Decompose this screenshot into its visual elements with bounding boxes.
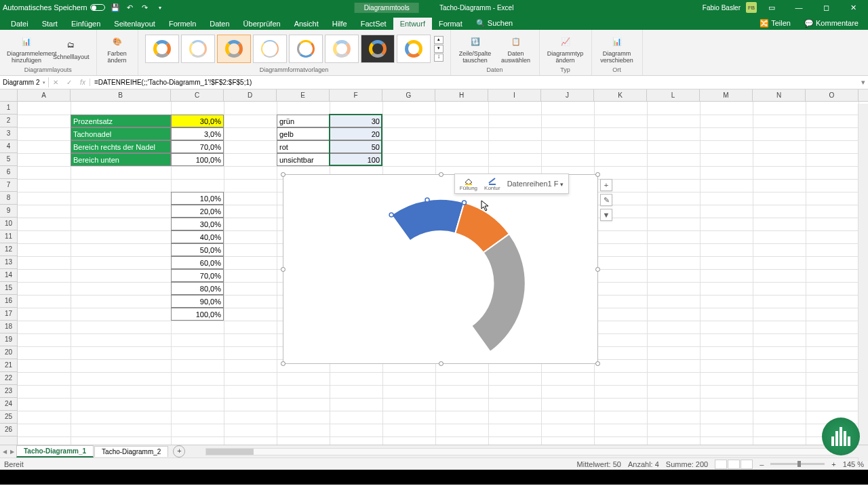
table2-label[interactable]: rot <box>277 140 330 153</box>
row-header[interactable]: 20 <box>0 346 17 359</box>
list-value[interactable]: 90,0% <box>171 295 224 308</box>
chart-style-4[interactable] <box>253 35 287 63</box>
list-value[interactable]: 50,0% <box>171 243 224 256</box>
col-header[interactable]: H <box>435 89 488 101</box>
expand-formula-icon[interactable]: ▾ <box>859 78 868 87</box>
list-value[interactable]: 20,0% <box>171 205 224 218</box>
table1-label[interactable]: Bereich unten <box>71 153 171 166</box>
col-header[interactable]: O <box>806 89 859 101</box>
row-header[interactable]: 26 <box>0 424 17 436</box>
list-value[interactable]: 40,0% <box>171 230 224 243</box>
tab-format[interactable]: Format <box>432 18 469 30</box>
select-all-corner[interactable] <box>0 89 18 101</box>
table1-value[interactable]: 100,0% <box>171 153 224 166</box>
cancel-formula-icon[interactable]: ✕ <box>49 79 62 86</box>
qat-more-icon[interactable]: ▾ <box>155 3 165 12</box>
row-header[interactable]: 16 <box>0 295 17 308</box>
chart-style-1[interactable] <box>145 35 179 63</box>
col-header[interactable]: D <box>224 89 277 101</box>
sheet-tab-2[interactable]: Tacho-Diagramm_2 <box>94 446 168 457</box>
zoom-slider[interactable] <box>770 463 825 465</box>
list-value[interactable]: 70,0% <box>171 269 224 282</box>
tab-daten[interactable]: Daten <box>203 18 236 30</box>
chart-styles-button[interactable]: ✎ <box>600 194 612 206</box>
row-header[interactable]: 18 <box>0 321 17 333</box>
chart-style-2[interactable] <box>181 35 215 63</box>
zoom-level[interactable]: 145 % <box>843 460 864 468</box>
tab-teilen[interactable]: 🔀 Teilen <box>753 17 797 30</box>
user-name[interactable]: Fabio Basler <box>703 4 741 12</box>
col-header[interactable]: I <box>488 89 541 101</box>
tab-hilfe[interactable]: Hilfe <box>326 18 354 30</box>
worksheet-grid[interactable]: 1234567891011121314151617181920212223242… <box>0 102 868 445</box>
row-header[interactable]: 23 <box>0 385 17 398</box>
undo-icon[interactable]: ↶ <box>125 3 135 12</box>
view-pagelayout-button[interactable] <box>728 460 740 469</box>
row-header[interactable]: 15 <box>0 282 17 295</box>
accept-formula-icon[interactable]: ✓ <box>62 79 76 86</box>
formula-input[interactable]: =DATENREIHE(;;'Tacho-Diagramm_1'!$F$2:$F… <box>90 77 859 87</box>
row-header[interactable]: 3 <box>0 127 17 140</box>
tab-ueberpruefen[interactable]: Überprüfen <box>237 18 288 30</box>
series-dropdown[interactable]: Datenreihen1 F ▾ <box>505 180 566 188</box>
row-header[interactable]: 9 <box>0 205 17 218</box>
table2-value[interactable]: 50 <box>330 140 382 153</box>
doughnut-chart[interactable] <box>283 175 599 365</box>
outline-button[interactable]: Kontur <box>482 176 502 192</box>
tab-factset[interactable]: FactSet <box>354 18 393 30</box>
col-header[interactable]: M <box>700 89 753 101</box>
row-header[interactable]: 7 <box>0 179 17 192</box>
close-icon[interactable]: ✕ <box>841 0 865 15</box>
chart-style-6[interactable] <box>325 35 359 63</box>
save-icon[interactable]: 💾 <box>111 3 120 12</box>
col-header[interactable]: L <box>647 89 700 101</box>
row-header[interactable]: 8 <box>0 192 17 205</box>
table1-value[interactable]: 70,0% <box>171 140 224 153</box>
tab-seitenlayout[interactable]: Seitenlayout <box>107 18 162 30</box>
list-value[interactable]: 10,0% <box>171 192 224 205</box>
redo-icon[interactable]: ↷ <box>140 3 150 12</box>
add-chart-element-button[interactable]: 📊 Diagrammelement hinzufügen <box>4 32 49 66</box>
slice-grey[interactable] <box>471 234 525 352</box>
row-header[interactable]: 12 <box>0 243 17 256</box>
col-header[interactable]: J <box>541 89 594 101</box>
row-header[interactable]: 1 <box>0 102 17 115</box>
row-header[interactable]: 17 <box>0 308 17 321</box>
table2-label[interactable]: unsichtbar <box>277 153 330 166</box>
chart-object[interactable]: Füllung Kontur Datenreihen1 F ▾ + ✎ ▼ <box>283 174 598 364</box>
ribbon-options-icon[interactable]: ▭ <box>760 0 784 15</box>
col-header[interactable]: N <box>753 89 806 101</box>
sheet-tab-1[interactable]: Tacho-Diagramm_1 <box>16 445 94 458</box>
view-pagebreak-button[interactable] <box>741 460 753 469</box>
move-chart-button[interactable]: 📊 Diagramm verschieben <box>596 32 638 66</box>
styles-gallery-more[interactable]: ▴▾⁞ <box>434 36 443 62</box>
col-header[interactable]: A <box>18 89 71 101</box>
chart-elements-button[interactable]: + <box>600 179 612 191</box>
horizontal-scrollbar[interactable] <box>205 448 848 455</box>
zoom-in-button[interactable]: + <box>831 460 835 468</box>
table2-value[interactable]: 100 <box>330 153 382 166</box>
col-header[interactable]: B <box>71 89 171 101</box>
tab-kommentare[interactable]: 💬 Kommentare <box>797 17 865 30</box>
row-header[interactable]: 4 <box>0 140 17 153</box>
list-value[interactable]: 80,0% <box>171 282 224 295</box>
quick-layout-button[interactable]: 🗂 Schnelllayout <box>50 35 92 62</box>
row-header[interactable]: 25 <box>0 411 17 424</box>
table1-label[interactable]: Tachonadel <box>71 127 171 140</box>
view-normal-button[interactable] <box>715 460 727 469</box>
table2-value[interactable]: 20 <box>330 127 382 140</box>
switch-row-col-button[interactable]: 🔃 Zeile/Spalte tauschen <box>455 32 496 66</box>
tab-formeln[interactable]: Formeln <box>162 18 203 30</box>
chart-style-3[interactable] <box>217 35 251 63</box>
name-box[interactable]: Diagramm 2 <box>0 77 49 87</box>
autosave-toggle[interactable]: Automatisches Speichern <box>3 3 105 12</box>
add-sheet-button[interactable]: + <box>173 445 185 458</box>
row-header[interactable]: 2 <box>0 115 17 127</box>
table1-value[interactable]: 3,0% <box>171 127 224 140</box>
zoom-out-button[interactable]: – <box>760 460 764 468</box>
minimize-icon[interactable]: ― <box>787 0 811 15</box>
row-header[interactable]: 21 <box>0 359 17 372</box>
select-data-button[interactable]: 📋 Daten auswählen <box>497 32 535 66</box>
table2-label[interactable]: gelb <box>277 127 330 140</box>
row-header[interactable]: 5 <box>0 153 17 166</box>
